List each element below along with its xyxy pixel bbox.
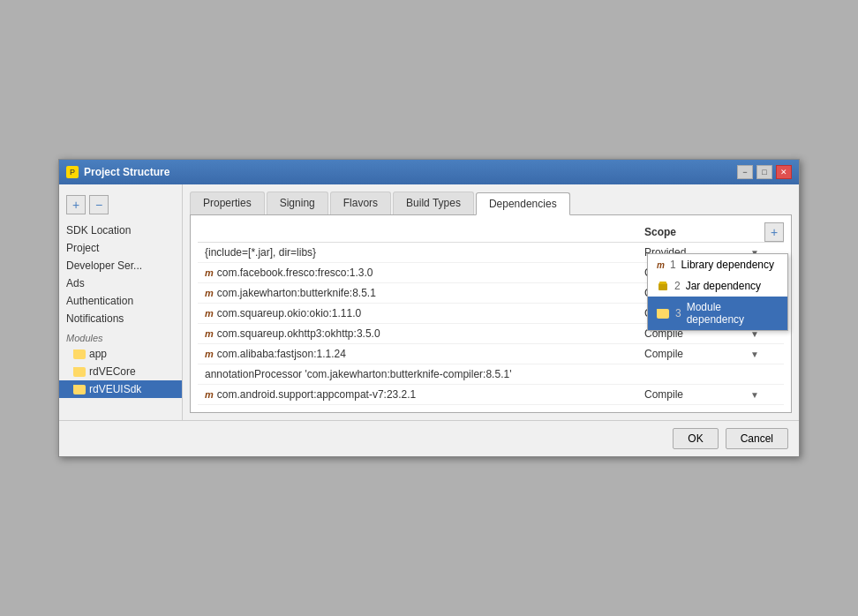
dep-name: m com.facebook.fresco:fresco:1.3.0 [205, 267, 644, 279]
sidebar-item-notifications[interactable]: Notifications [59, 310, 182, 327]
sidebar-add-button[interactable]: + [66, 195, 86, 214]
dep-name: m com.squareup.okio:okio:1.11.0 [205, 307, 644, 319]
m-icon: m [205, 308, 214, 319]
sidebar-item-project[interactable]: Project [59, 239, 182, 257]
popup-item-jar-num: 2 [674, 280, 681, 292]
svg-rect-0 [659, 283, 667, 290]
window-icon: P [66, 166, 79, 178]
tab-dependencies[interactable]: Dependencies [476, 192, 570, 215]
m-icon: m [205, 288, 214, 298]
sidebar-remove-button[interactable]: − [89, 195, 109, 214]
tab-signing[interactable]: Signing [267, 192, 328, 214]
ok-button[interactable]: OK [673, 428, 718, 449]
scope-dropdown-arrow[interactable]: ▼ [750, 349, 777, 359]
maximize-button[interactable]: □ [756, 165, 772, 179]
popup-item-library-num: 1 [670, 259, 676, 271]
main-content: Properties Signing Flavors Build Types D… [183, 184, 799, 420]
title-bar-left: P Project Structure [66, 166, 169, 178]
minimize-button[interactable]: − [737, 165, 753, 179]
dep-name: m com.jakewharton:butterknife:8.5.1 [205, 287, 644, 299]
sidebar-item-ads[interactable]: Ads [59, 274, 182, 292]
sidebar-item-sdk-location[interactable]: SDK Location [59, 222, 182, 239]
m-icon: m [205, 389, 214, 400]
dep-name: m com.android.support:appcompat-v7:23.2.… [205, 388, 644, 401]
sidebar-module-app[interactable]: app [59, 345, 182, 363]
m-icon: m [205, 328, 214, 339]
tabs: Properties Signing Flavors Build Types D… [190, 192, 792, 215]
dep-popup-menu: m 1 Library dependency 2 Jar dependency [647, 253, 788, 331]
scope-dropdown-arrow[interactable]: ▼ [750, 390, 777, 400]
dep-add-area: + m 1 Library dependency [764, 222, 784, 242]
dep-name: {include=[*.jar], dir=libs} [205, 246, 644, 259]
popup-item-jar[interactable]: 2 Jar dependency [648, 275, 787, 297]
library-m-icon: m [657, 260, 665, 270]
table-row: m com.alibaba:fastjson:1.1.24 Compile ▼ [198, 344, 784, 364]
window-title: Project Structure [84, 166, 169, 178]
dep-name: m com.squareup.okhttp3:okhttp:3.5.0 [205, 327, 644, 340]
close-button[interactable]: ✕ [776, 165, 792, 179]
bottom-bar: OK Cancel [59, 420, 799, 456]
sidebar-item-developer-services[interactable]: Developer Ser... [59, 257, 182, 274]
dep-scope: Compile [644, 348, 750, 360]
table-row: m com.android.support:appcompat-v7:23.2.… [198, 385, 784, 405]
sidebar-module-rdvecore[interactable]: rdVECore [59, 363, 182, 380]
tab-flavors[interactable]: Flavors [330, 192, 391, 214]
dep-name: m com.alibaba:fastjson:1.1.24 [205, 348, 644, 360]
modules-section-label: Modules [59, 327, 182, 345]
cancel-button[interactable]: Cancel [726, 428, 788, 449]
sidebar-module-rdveuisdk[interactable]: rdVEUISdk [59, 380, 182, 398]
title-bar: P Project Structure − □ ✕ [59, 160, 799, 184]
title-controls: − □ ✕ [737, 165, 792, 179]
popup-item-library[interactable]: m 1 Library dependency [648, 254, 787, 275]
jar-icon [657, 280, 669, 292]
dep-scope: Compile [644, 388, 750, 401]
popup-item-module[interactable]: 3 Module dependency [648, 297, 787, 330]
table-row: annotationProcessor 'com.jakewharton:but… [198, 364, 784, 385]
folder-icon-rdveuisdk [73, 385, 86, 394]
m-icon: m [205, 349, 214, 359]
sidebar: + − SDK Location Project Developer Ser..… [59, 184, 183, 420]
popup-item-module-num: 3 [675, 307, 681, 319]
folder-icon-rdvecore [73, 367, 86, 377]
tab-properties[interactable]: Properties [190, 192, 265, 214]
svg-rect-1 [659, 282, 666, 284]
sidebar-toolbar: + − [59, 192, 182, 222]
dep-table-header: Scope [198, 222, 784, 243]
module-folder-icon [657, 309, 669, 319]
dep-add-button[interactable]: + [764, 222, 784, 242]
dep-name: annotationProcessor 'com.jakewharton:but… [205, 368, 644, 380]
project-structure-window: P Project Structure − □ ✕ + − SDK Locati… [58, 159, 800, 457]
tab-build-types[interactable]: Build Types [393, 192, 474, 214]
window-body: + − SDK Location Project Developer Ser..… [59, 184, 799, 420]
dependencies-tab-content: + m 1 Library dependency [190, 215, 792, 413]
m-icon: m [205, 267, 214, 278]
folder-icon-app [73, 349, 86, 359]
sidebar-item-authentication[interactable]: Authentication [59, 292, 182, 310]
